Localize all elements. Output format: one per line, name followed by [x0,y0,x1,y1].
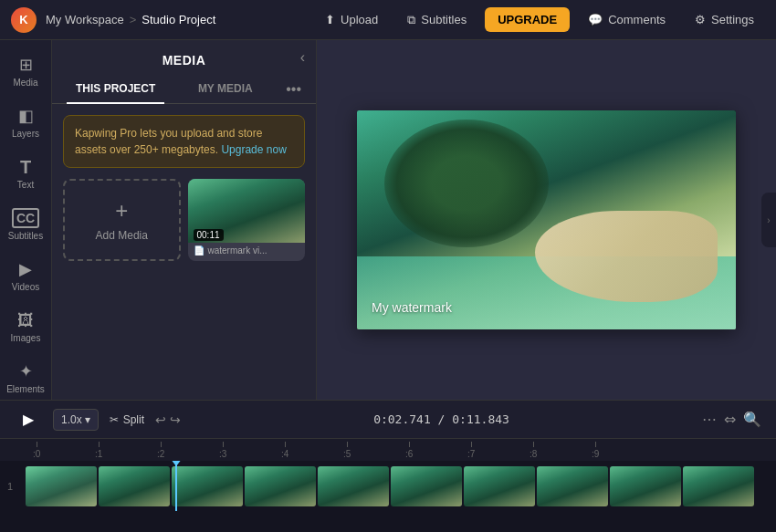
sidebar-label-text: Text [17,180,34,190]
canvas-frame[interactable]: My watermark [357,110,736,329]
canvas-island [384,120,549,247]
media-item-name: 📄 watermark vi... [188,243,306,258]
ruler-mark-5: :5 [343,442,351,459]
undo-redo-group: ↩ ↪ [155,412,181,427]
ruler-mark-4: :4 [281,442,288,459]
ruler-mark-8: :8 [530,442,537,459]
layers-icon: ◧ [16,106,36,126]
canvas-watermark: My watermark [372,300,452,315]
settings-button[interactable]: ⚙ Settings [684,7,765,32]
clip-thumb-9 [610,466,681,506]
sidebar-item-text[interactable]: T Text [3,150,48,197]
sidebar-item-layers[interactable]: ◧ Layers [3,99,48,146]
media-tab-more[interactable]: ••• [286,81,301,98]
upgrade-banner: Kapwing Pro lets you upload and store as… [63,115,305,168]
track-row-1: 1 [0,461,776,511]
split-button[interactable]: ✂ Split [110,413,144,426]
clip-thumb-2 [99,466,170,506]
ruler-mark-1: :1 [95,442,102,459]
text-icon: T [16,157,36,177]
zoom-button[interactable]: 🔍 [743,411,761,428]
clip-thumb-img-5 [318,466,389,506]
canvas-video-bg [357,110,736,329]
timeline-ruler: :0 :1 :2 :3 :4 :5 :6 :7 [0,439,776,461]
speed-button[interactable]: 1.0x ▾ [53,409,99,431]
settings-icon: ⚙ [695,13,706,26]
clip-thumb-img-4 [245,466,316,506]
sidebar: ⊞ Media ◧ Layers T Text CC Subtitles ▶ V… [0,40,52,400]
play-button[interactable]: ▶ [15,406,42,433]
split-icon: ✂ [110,413,119,426]
current-time: 0:02.741 [373,412,431,426]
elements-icon: ✦ [16,361,36,381]
media-duration: 00:11 [194,229,224,241]
subtitles-button[interactable]: ⧉ Subtitles [396,7,477,33]
clip-thumb-5 [318,466,389,506]
clip-thumb-img-1 [26,466,97,506]
total-time: 0:11.843 [452,412,509,426]
breadcrumb: My Workspace > Studio Project [46,13,215,26]
ruler-track: :0 :1 :2 :3 :4 :5 :6 :7 [7,439,769,461]
clip-thumb-img-8 [537,466,608,506]
sidebar-item-videos[interactable]: ▶ Videos [3,252,48,299]
upload-icon: ⬆ [325,13,335,26]
sidebar-label-layers: Layers [12,129,39,139]
sidebar-item-images[interactable]: 🖼 Images [3,303,48,350]
timeline-tracks: 1 [0,461,776,532]
sidebar-item-media[interactable]: ⊞ Media [3,47,48,95]
media-file-icon: 📄 [194,245,204,256]
sidebar-item-subtitles[interactable]: CC Subtitles [3,201,48,248]
clip-thumb-img-6 [391,466,462,506]
clip-thumb-4 [245,466,316,506]
comments-button[interactable]: 💬 Comments [577,7,676,32]
subtitles-icon: CC [12,208,39,228]
sidebar-item-elements[interactable]: ✦ Elements [3,354,48,400]
redo-button[interactable]: ↪ [170,412,181,427]
time-separator: / [438,412,453,426]
media-panel-content: Kapwing Pro lets you upload and store as… [52,104,316,400]
videos-icon: ▶ [16,259,36,279]
images-icon: 🖼 [16,310,36,330]
upgrade-now-link[interactable]: Upgrade now [221,143,286,156]
playhead[interactable] [175,461,177,511]
breadcrumb-separator: > [130,13,137,26]
split-track-button[interactable]: ⇔ [724,411,736,428]
ruler-mark-0: :0 [33,442,40,459]
media-panel-close-button[interactable]: ‹ [300,49,305,66]
right-panel-hint: › [761,193,776,247]
media-panel-header: MEDIA ‹ [52,40,316,75]
tab-this-project[interactable]: THIS PROJECT [67,75,164,104]
media-item[interactable]: 00:11 📄 watermark vi... [188,179,306,261]
project-title: Studio Project [142,13,215,26]
sidebar-label-media: Media [13,78,37,88]
workspace-link[interactable]: My Workspace [46,13,124,26]
clip-thumb-8 [537,466,608,506]
clip-thumb-img-10 [683,466,754,506]
timeline-area: ▶ 1.0x ▾ ✂ Split ↩ ↪ 0:02.741 / 0:11.843… [0,400,776,532]
tab-my-media[interactable]: MY MEDIA [189,75,262,104]
ruler-mark-7: :7 [467,442,475,459]
ruler-mark-2: :2 [157,442,164,459]
clip-thumb-img-7 [464,466,535,506]
timeline-right-controls: ⋯ ⇔ 🔍 [702,411,761,428]
add-media-button[interactable]: + Add Media [63,179,181,261]
main-area: ⊞ Media ◧ Layers T Text CC Subtitles ▶ V… [0,40,776,400]
sidebar-label-elements: Elements [6,384,45,394]
nav-actions: ⬆ Upload ⧉ Subtitles UPGRADE 💬 Comments … [314,7,765,33]
app-logo: K [11,7,37,33]
clip-thumb-3 [172,466,243,506]
clip-thumb-img-9 [610,466,681,506]
upgrade-button[interactable]: UPGRADE [485,7,570,32]
clip-thumb-10 [683,466,754,506]
track-number: 1 [7,481,13,492]
media-panel-tabs: THIS PROJECT MY MEDIA ••• [52,75,316,104]
media-icon: ⊞ [16,55,36,75]
clip-thumb-img-2 [99,466,170,506]
track-clip[interactable] [26,466,754,506]
upload-button[interactable]: ⬆ Upload [314,7,389,32]
ruler-mark-9: :9 [592,442,599,459]
ruler-mark-3: :3 [219,442,226,459]
sidebar-label-subtitles: Subtitles [8,231,43,241]
undo-button[interactable]: ↩ [155,412,166,427]
magnet-button[interactable]: ⋯ [702,411,717,428]
